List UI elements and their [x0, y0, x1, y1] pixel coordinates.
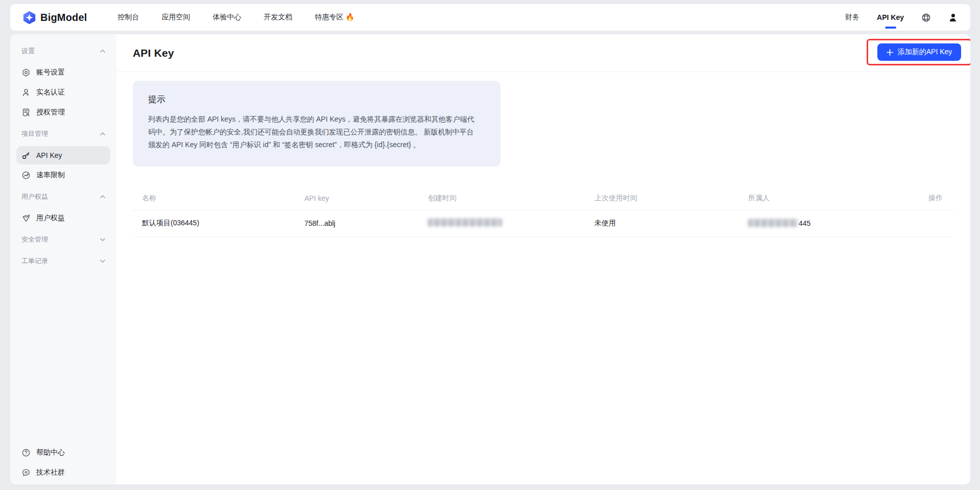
annotation-highlight-box: 添加新的API Key: [867, 39, 970, 65]
nav-item-special-offers[interactable]: 特惠专区 🔥: [315, 13, 354, 22]
main-header: API Key 添加新的API Key: [116, 34, 970, 72]
sidebar-section-tickets[interactable]: 工单记录: [16, 250, 110, 272]
plus-icon: [887, 49, 893, 56]
key-icon: [21, 151, 31, 160]
cell-project-name: 默认项目(036445): [133, 219, 304, 228]
nav-item-experience-center[interactable]: 体验中心: [213, 13, 242, 22]
column-header-actions: 操作: [892, 194, 954, 203]
content-shell: 设置 账号设置 实名认证 授权管理 项目管理: [10, 34, 970, 484]
tip-body: 列表内是您的全部 API keys，请不要与他人共享您的 API Keys，避免…: [148, 113, 480, 152]
chevron-up-icon: [100, 50, 105, 53]
cell-last-used: 未使用: [594, 219, 748, 228]
nav-item-finance[interactable]: 财务: [845, 13, 859, 22]
sidebar-item-label: 实名认证: [36, 88, 65, 97]
primary-nav: 控制台 应用空间 体验中心 开发文档 特惠专区 🔥: [118, 13, 354, 22]
chevron-down-icon: [100, 238, 105, 241]
sidebar-section-user-benefits[interactable]: 用户权益: [16, 186, 110, 207]
sidebar-item-label: 用户权益: [36, 214, 65, 223]
globe-icon[interactable]: [921, 13, 931, 22]
column-header-created: 创建时间: [428, 194, 594, 203]
help-icon: [21, 448, 31, 457]
gear-icon: [21, 68, 31, 77]
sidebar-item-label: 账号设置: [36, 68, 65, 77]
person-icon: [21, 88, 31, 97]
logo-text: BigModel: [40, 12, 87, 24]
redacted-owner-value: [748, 219, 798, 227]
user-avatar-icon[interactable]: [948, 13, 958, 22]
add-api-key-button-label: 添加新的API Key: [898, 48, 952, 57]
section-label: 用户权益: [21, 192, 48, 201]
redacted-created-value: [428, 219, 502, 227]
sidebar-item-label: API Key: [36, 151, 62, 159]
api-key-table: 名称 API key 创建时间 上次使用时间 所属人 操作 默认项目(03644…: [133, 187, 954, 237]
document-person-icon: [21, 108, 31, 117]
bigmodel-logo-icon: [22, 11, 36, 25]
sidebar-item-label: 速率限制: [36, 171, 65, 180]
sidebar-item-tech-community[interactable]: 技术社群: [16, 463, 110, 482]
tip-title: 提示: [148, 94, 485, 105]
sidebar-item-account-settings[interactable]: 账号设置: [16, 63, 110, 82]
nav-item-app-space[interactable]: 应用空间: [162, 13, 190, 22]
sidebar-item-label: 授权管理: [36, 108, 65, 117]
table-header-row: 名称 API key 创建时间 上次使用时间 所属人 操作: [133, 187, 954, 211]
section-label: 项目管理: [21, 129, 48, 138]
sidebar-section-settings[interactable]: 设置: [16, 40, 110, 62]
sidebar-item-rate-limit[interactable]: 速率限制: [16, 166, 110, 184]
sidebar-item-user-benefits[interactable]: 用户权益: [16, 209, 110, 227]
gem-icon: [21, 214, 31, 223]
section-label: 安全管理: [21, 235, 48, 244]
main-body: 提示 列表内是您的全部 API keys，请不要与他人共享您的 API Keys…: [116, 72, 970, 237]
sidebar-item-label: 技术社群: [36, 468, 65, 477]
nav-item-apikey-active[interactable]: API Key: [877, 4, 904, 31]
bigmodel-logo[interactable]: BigModel: [22, 11, 87, 25]
chat-icon: [21, 468, 31, 477]
tip-box: 提示 列表内是您的全部 API keys，请不要与他人共享您的 API Keys…: [133, 81, 500, 167]
column-header-owner: 所属人: [748, 194, 892, 203]
nav-item-console[interactable]: 控制台: [118, 13, 139, 22]
sidebar-footer: 帮助中心 技术社群: [10, 442, 116, 483]
speedometer-icon: [21, 171, 31, 180]
sidebar-section-project-mgmt[interactable]: 项目管理: [16, 123, 110, 145]
add-api-key-button[interactable]: 添加新的API Key: [877, 43, 962, 61]
section-label: 设置: [21, 46, 35, 56]
column-header-name: 名称: [133, 194, 304, 203]
section-label: 工单记录: [21, 256, 48, 266]
nav-item-dev-docs[interactable]: 开发文档: [264, 13, 293, 22]
topbar-right-group: 财务 API Key: [845, 4, 958, 31]
main-panel: API Key 添加新的API Key 提示 列表内是您的全部 API keys…: [116, 34, 970, 484]
cell-api-key: 758f...ablj: [304, 219, 428, 227]
column-header-api-key: API key: [304, 194, 428, 202]
page-title: API Key: [133, 47, 174, 59]
chevron-down-icon: [100, 260, 105, 263]
cell-owner: 445: [748, 219, 892, 227]
column-header-last-used: 上次使用时间: [594, 194, 748, 203]
sidebar-section-security[interactable]: 安全管理: [16, 229, 110, 250]
table-row: 默认项目(036445) 758f...ablj 未使用 445: [133, 211, 954, 237]
owner-visible-suffix: 445: [799, 219, 810, 227]
sidebar-item-help-center[interactable]: 帮助中心: [16, 444, 110, 462]
chevron-up-icon: [100, 195, 105, 198]
top-navigation-bar: BigModel 控制台 应用空间 体验中心 开发文档 特惠专区 🔥 财务 AP…: [10, 4, 970, 31]
sidebar-item-authorization[interactable]: 授权管理: [16, 103, 110, 122]
chevron-up-icon: [100, 132, 105, 135]
sidebar-item-api-key[interactable]: API Key: [16, 146, 110, 165]
sidebar-item-realname-auth[interactable]: 实名认证: [16, 83, 110, 102]
cell-created-redacted: [428, 219, 594, 228]
sidebar-item-label: 帮助中心: [36, 448, 65, 457]
sidebar: 设置 账号设置 实名认证 授权管理 项目管理: [10, 34, 116, 484]
